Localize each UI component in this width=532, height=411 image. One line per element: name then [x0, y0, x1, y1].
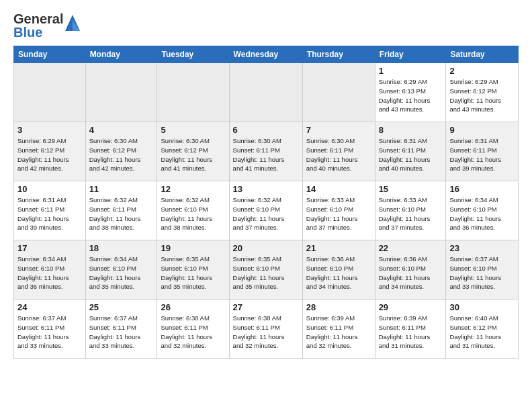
day-number: 26: [161, 302, 225, 312]
day-number: 12: [161, 184, 225, 194]
calendar-cell: 29Sunrise: 6:39 AM Sunset: 6:11 PM Dayli…: [375, 300, 446, 359]
calendar-cell: 3Sunrise: 6:29 AM Sunset: 6:12 PM Daylig…: [14, 122, 86, 181]
calendar-cell: 23Sunrise: 6:37 AM Sunset: 6:10 PM Dayli…: [446, 240, 519, 300]
day-number: 24: [17, 302, 82, 312]
day-number: 29: [379, 302, 443, 312]
day-info: Sunrise: 6:37 AM Sunset: 6:11 PM Dayligh…: [17, 314, 82, 351]
calendar-cell: 12Sunrise: 6:32 AM Sunset: 6:10 PM Dayli…: [157, 181, 229, 240]
day-number: 20: [233, 243, 299, 253]
day-info: Sunrise: 6:31 AM Sunset: 6:11 PM Dayligh…: [449, 136, 515, 173]
logo: General Blue: [13, 12, 80, 39]
day-info: Sunrise: 6:34 AM Sunset: 6:10 PM Dayligh…: [17, 255, 82, 291]
day-number: 28: [306, 302, 371, 312]
day-number: 25: [89, 302, 154, 312]
calendar-cell: 9Sunrise: 6:31 AM Sunset: 6:11 PM Daylig…: [446, 122, 519, 181]
day-number: 4: [89, 125, 154, 135]
weekday-header-monday: Monday: [85, 46, 157, 63]
day-number: 9: [449, 125, 515, 135]
day-number: 5: [161, 125, 225, 135]
day-number: 22: [379, 243, 443, 253]
day-info: Sunrise: 6:35 AM Sunset: 6:10 PM Dayligh…: [161, 255, 225, 291]
day-info: Sunrise: 6:40 AM Sunset: 6:12 PM Dayligh…: [449, 314, 515, 351]
weekday-header-tuesday: Tuesday: [157, 46, 229, 63]
day-number: 30: [449, 302, 515, 312]
day-number: 7: [306, 125, 371, 135]
day-info: Sunrise: 6:35 AM Sunset: 6:10 PM Dayligh…: [233, 255, 299, 291]
calendar-cell: 2Sunrise: 6:29 AM Sunset: 6:12 PM Daylig…: [446, 63, 519, 122]
logo-icon: [65, 13, 80, 32]
day-info: Sunrise: 6:30 AM Sunset: 6:11 PM Dayligh…: [233, 136, 299, 173]
day-number: 21: [306, 243, 371, 253]
day-number: 8: [379, 125, 443, 135]
logo-general-text: General: [13, 12, 63, 26]
calendar-cell: 24Sunrise: 6:37 AM Sunset: 6:11 PM Dayli…: [14, 300, 86, 359]
day-number: 18: [89, 243, 154, 253]
calendar-cell: 30Sunrise: 6:40 AM Sunset: 6:12 PM Dayli…: [446, 300, 519, 359]
calendar-cell: 10Sunrise: 6:31 AM Sunset: 6:11 PM Dayli…: [14, 181, 86, 240]
day-number: 15: [379, 184, 443, 194]
calendar-cell: 20Sunrise: 6:35 AM Sunset: 6:10 PM Dayli…: [229, 240, 302, 300]
day-info: Sunrise: 6:30 AM Sunset: 6:12 PM Dayligh…: [89, 136, 154, 173]
weekday-header-row: SundayMondayTuesdayWednesdayThursdayFrid…: [14, 46, 519, 63]
day-info: Sunrise: 6:39 AM Sunset: 6:11 PM Dayligh…: [306, 314, 371, 351]
day-info: Sunrise: 6:38 AM Sunset: 6:11 PM Dayligh…: [233, 314, 299, 351]
day-info: Sunrise: 6:31 AM Sunset: 6:11 PM Dayligh…: [379, 136, 443, 173]
day-number: 14: [306, 184, 371, 194]
day-info: Sunrise: 6:37 AM Sunset: 6:11 PM Dayligh…: [89, 314, 154, 351]
calendar-cell: 5Sunrise: 6:30 AM Sunset: 6:12 PM Daylig…: [157, 122, 229, 181]
calendar-cell: 27Sunrise: 6:38 AM Sunset: 6:11 PM Dayli…: [229, 300, 302, 359]
week-row-3: 10Sunrise: 6:31 AM Sunset: 6:11 PM Dayli…: [14, 181, 519, 240]
day-number: 10: [17, 184, 82, 194]
day-info: Sunrise: 6:37 AM Sunset: 6:10 PM Dayligh…: [449, 255, 515, 291]
day-info: Sunrise: 6:32 AM Sunset: 6:10 PM Dayligh…: [233, 195, 299, 232]
calendar-cell: [85, 63, 157, 122]
day-info: Sunrise: 6:33 AM Sunset: 6:10 PM Dayligh…: [306, 195, 371, 232]
day-info: Sunrise: 6:34 AM Sunset: 6:10 PM Dayligh…: [89, 255, 154, 291]
calendar-cell: 17Sunrise: 6:34 AM Sunset: 6:10 PM Dayli…: [14, 240, 86, 300]
weekday-header-saturday: Saturday: [446, 46, 519, 63]
calendar-cell: [157, 63, 229, 122]
week-row-5: 24Sunrise: 6:37 AM Sunset: 6:11 PM Dayli…: [14, 300, 519, 359]
calendar-cell: [229, 63, 302, 122]
calendar-cell: 4Sunrise: 6:30 AM Sunset: 6:12 PM Daylig…: [85, 122, 157, 181]
day-number: 6: [233, 125, 299, 135]
page: General Blue SundayMondayTuesdayWednesda…: [0, 0, 532, 371]
week-row-1: 1Sunrise: 6:29 AM Sunset: 6:13 PM Daylig…: [14, 63, 519, 122]
day-info: Sunrise: 6:30 AM Sunset: 6:12 PM Dayligh…: [161, 136, 225, 173]
calendar-cell: 26Sunrise: 6:38 AM Sunset: 6:11 PM Dayli…: [157, 300, 229, 359]
calendar-cell: 22Sunrise: 6:36 AM Sunset: 6:10 PM Dayli…: [375, 240, 446, 300]
day-info: Sunrise: 6:36 AM Sunset: 6:10 PM Dayligh…: [306, 255, 371, 291]
day-info: Sunrise: 6:36 AM Sunset: 6:10 PM Dayligh…: [379, 255, 443, 291]
calendar-cell: 7Sunrise: 6:30 AM Sunset: 6:11 PM Daylig…: [302, 122, 375, 181]
day-number: 11: [89, 184, 154, 194]
day-info: Sunrise: 6:31 AM Sunset: 6:11 PM Dayligh…: [17, 195, 82, 232]
week-row-2: 3Sunrise: 6:29 AM Sunset: 6:12 PM Daylig…: [14, 122, 519, 181]
calendar-cell: 14Sunrise: 6:33 AM Sunset: 6:10 PM Dayli…: [302, 181, 375, 240]
day-info: Sunrise: 6:29 AM Sunset: 6:12 PM Dayligh…: [17, 136, 82, 173]
weekday-header-friday: Friday: [375, 46, 446, 63]
calendar-cell: 25Sunrise: 6:37 AM Sunset: 6:11 PM Dayli…: [85, 300, 157, 359]
header: General Blue: [13, 12, 519, 39]
day-number: 17: [17, 243, 82, 253]
calendar-cell: [302, 63, 375, 122]
day-number: 1: [379, 66, 443, 76]
calendar: SundayMondayTuesdayWednesdayThursdayFrid…: [13, 46, 519, 359]
calendar-cell: 18Sunrise: 6:34 AM Sunset: 6:10 PM Dayli…: [85, 240, 157, 300]
calendar-cell: 6Sunrise: 6:30 AM Sunset: 6:11 PM Daylig…: [229, 122, 302, 181]
day-info: Sunrise: 6:39 AM Sunset: 6:11 PM Dayligh…: [379, 314, 443, 351]
day-info: Sunrise: 6:33 AM Sunset: 6:10 PM Dayligh…: [379, 195, 443, 232]
weekday-header-wednesday: Wednesday: [229, 46, 302, 63]
day-number: 16: [449, 184, 515, 194]
calendar-cell: 21Sunrise: 6:36 AM Sunset: 6:10 PM Dayli…: [302, 240, 375, 300]
day-number: 23: [449, 243, 515, 253]
weekday-header-sunday: Sunday: [14, 46, 86, 63]
day-number: 3: [17, 125, 82, 135]
calendar-cell: 19Sunrise: 6:35 AM Sunset: 6:10 PM Dayli…: [157, 240, 229, 300]
calendar-cell: 1Sunrise: 6:29 AM Sunset: 6:13 PM Daylig…: [375, 63, 446, 122]
calendar-cell: 13Sunrise: 6:32 AM Sunset: 6:10 PM Dayli…: [229, 181, 302, 240]
day-number: 13: [233, 184, 299, 194]
logo-row: General Blue: [13, 12, 80, 39]
day-number: 27: [233, 302, 299, 312]
calendar-cell: 11Sunrise: 6:32 AM Sunset: 6:11 PM Dayli…: [85, 181, 157, 240]
day-number: 2: [449, 66, 515, 76]
